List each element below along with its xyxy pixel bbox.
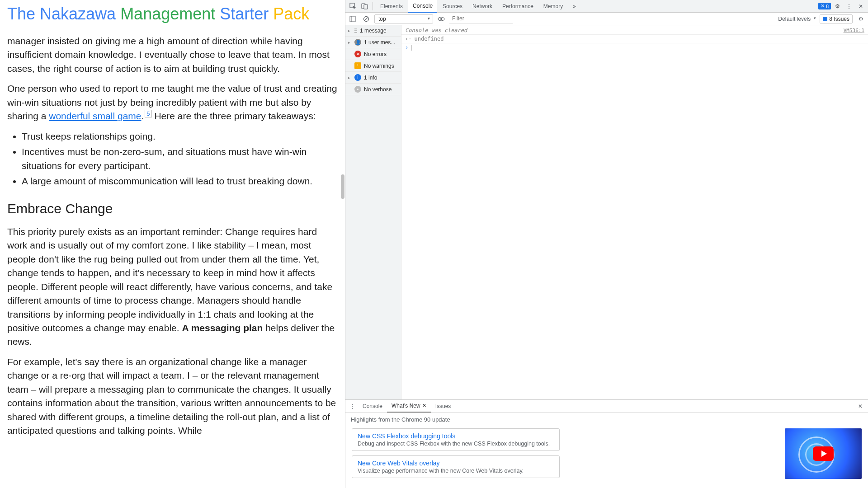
error-count-badge[interactable]: ✕8 — [818, 3, 831, 9]
paragraph: One person who used to report to me taug… — [7, 82, 338, 123]
close-devtools-icon[interactable]: ✕ — [855, 1, 866, 12]
sidebar-toggle-icon[interactable] — [347, 14, 358, 24]
svg-rect-3 — [350, 16, 355, 22]
log-levels-dropdown[interactable]: Default levels — [774, 14, 817, 23]
close-drawer-icon[interactable]: ✕ — [854, 401, 866, 411]
devtools-tabstrip: Elements Console Sources Network Perform… — [345, 0, 868, 13]
card-desc: Debug and inspect CSS Flexbox with the n… — [358, 441, 554, 447]
filter-input[interactable] — [449, 14, 513, 23]
paragraph: This priority purely exists as an import… — [7, 225, 338, 349]
console-prompt[interactable]: › — [401, 43, 868, 52]
sidebar-item-user[interactable]: ▸👤1 user mes... — [345, 37, 401, 48]
card-title: New Core Web Vitals overlay — [358, 460, 554, 467]
devtools-panel: Elements Console Sources Network Perform… — [345, 0, 868, 488]
page-title: The Nakazawa Management Starter Pack — [7, 0, 338, 28]
bullet-list: Trust keeps relationships going. Incenti… — [22, 130, 338, 188]
console-toolbar: top Default levels 8 Issues ⚙ — [345, 13, 868, 25]
paragraph: For example, let's say there is an organ… — [7, 355, 338, 438]
console-return-value: ‹·undefined — [401, 35, 868, 43]
footnote-ref[interactable]: 5 — [145, 110, 151, 117]
error-icon: ✕ — [354, 51, 361, 57]
settings-icon[interactable]: ⚙ — [832, 1, 843, 12]
svg-point-8 — [440, 18, 442, 20]
console-output[interactable]: Console was cleared VM536:1 ‹·undefined … — [401, 25, 868, 399]
verbose-icon: • — [354, 86, 361, 93]
console-body: ▸1 message ▸👤1 user mes... ✕No errors !N… — [345, 25, 868, 399]
kebab-menu-icon[interactable]: ⋮ — [844, 1, 854, 12]
console-message-cleared: Console was cleared VM536:1 — [401, 26, 868, 35]
console-sidebar: ▸1 message ▸👤1 user mes... ✕No errors !N… — [345, 25, 401, 399]
issues-button[interactable]: 8 Issues — [820, 14, 853, 23]
drawer-menu-icon[interactable]: ⋮ — [347, 401, 358, 412]
info-icon: i — [354, 74, 361, 81]
device-toggle-icon[interactable] — [359, 1, 370, 12]
whatsnew-cards: New CSS Flexbox debugging tools Debug an… — [352, 428, 560, 486]
svg-rect-2 — [364, 5, 368, 9]
sidebar-item-info[interactable]: ▸i1 info — [345, 72, 401, 84]
play-icon — [813, 446, 834, 461]
drawer-tab-issues[interactable]: Issues — [431, 400, 456, 412]
tab-performance[interactable]: Performance — [498, 0, 538, 12]
whatsnew-card[interactable]: New Core Web Vitals overlay Visualize pa… — [352, 455, 560, 478]
list-item: A large amount of miscommunication will … — [22, 174, 338, 188]
clear-console-icon[interactable] — [361, 14, 372, 24]
inspect-icon[interactable] — [347, 1, 358, 12]
video-thumbnail[interactable] — [785, 428, 862, 479]
close-tab-icon[interactable]: ✕ — [422, 403, 426, 408]
article-body: manager insisted on giving me a high amo… — [7, 34, 338, 437]
list-item: Trust keeps relationships going. — [22, 130, 338, 143]
inline-link[interactable]: wonderful small game — [49, 111, 141, 121]
sidebar-item-errors[interactable]: ✕No errors — [345, 48, 401, 60]
svg-line-6 — [364, 17, 368, 21]
whatsnew-card[interactable]: New CSS Flexbox debugging tools Debug an… — [352, 428, 560, 451]
live-expression-icon[interactable] — [436, 14, 447, 24]
sidebar-item-warnings[interactable]: !No warnings — [345, 60, 401, 72]
tab-sources[interactable]: Sources — [438, 0, 467, 12]
section-heading: Embrace Change — [7, 199, 338, 219]
drawer-tabstrip: ⋮ Console What's New✕ Issues ✕ — [345, 400, 868, 413]
card-title: New CSS Flexbox debugging tools — [358, 432, 554, 440]
tab-memory[interactable]: Memory — [539, 0, 567, 12]
drawer-tab-whatsnew[interactable]: What's New✕ — [387, 400, 431, 413]
context-selector[interactable]: top — [374, 14, 433, 23]
devtools-drawer: ⋮ Console What's New✕ Issues ✕ Highlight… — [345, 399, 868, 488]
tab-console[interactable]: Console — [408, 0, 437, 13]
drawer-tab-console[interactable]: Console — [358, 400, 387, 412]
console-settings-icon[interactable]: ⚙ — [855, 14, 866, 24]
tab-network[interactable]: Network — [468, 0, 497, 12]
sidebar-item-verbose[interactable]: •No verbose — [345, 84, 401, 95]
drawer-body: New CSS Flexbox debugging tools Debug an… — [345, 427, 868, 488]
drawer-subtitle: Highlights from the Chrome 90 update — [345, 413, 868, 427]
list-item: Incentives must be non-zero-sum, and sit… — [22, 145, 338, 173]
scrollbar-thumb[interactable] — [341, 174, 344, 199]
user-icon: 👤 — [354, 39, 361, 46]
warning-icon: ! — [354, 62, 361, 69]
tabs-overflow[interactable]: » — [568, 0, 580, 12]
tab-elements[interactable]: Elements — [376, 0, 407, 12]
paragraph: manager insisted on giving me a high amo… — [7, 34, 338, 75]
card-desc: Visualize page performance with the new … — [358, 468, 554, 474]
source-link[interactable]: VM536:1 — [844, 28, 864, 33]
sidebar-item-messages[interactable]: ▸1 message — [345, 25, 401, 37]
article-pane: The Nakazawa Management Starter Pack man… — [0, 0, 345, 488]
